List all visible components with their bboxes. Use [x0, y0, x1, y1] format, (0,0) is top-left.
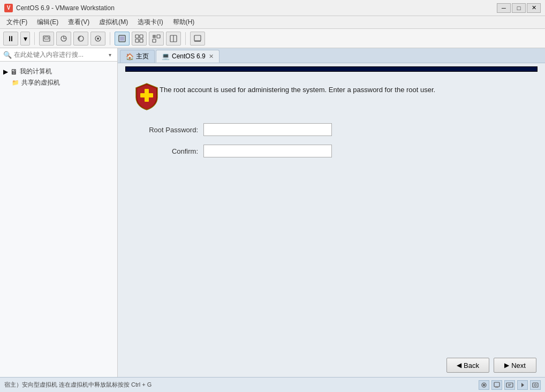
bottom-icon-1[interactable] [479, 380, 489, 390]
menu-view[interactable]: 查看(V) [64, 17, 94, 28]
app-icon: V [4, 4, 13, 12]
menu-vm[interactable]: 虚拟机(M) [95, 17, 132, 28]
view-options-button[interactable] [190, 32, 205, 46]
svg-rect-9 [140, 35, 143, 38]
sidebar-item-shared-vms[interactable]: 📁 共享的虚拟机 [3, 77, 114, 88]
main-layout: 🔍 ▾ ▶ 🖥 我的计算机 📁 共享的虚拟机 🏠 [0, 48, 545, 377]
vm-settings-button[interactable] [149, 32, 164, 46]
nav-buttons-area: ◀ Back ▶ Next [118, 353, 545, 377]
search-dropdown-button[interactable]: ▾ [105, 50, 114, 59]
sidebar-content: ▶ 🖥 我的计算机 📁 共享的虚拟机 [0, 62, 117, 377]
back-arrow-icon: ◀ [457, 361, 461, 369]
svg-rect-11 [140, 39, 143, 42]
unity-button[interactable] [132, 32, 147, 46]
installer-description: The root account is used for administeri… [160, 82, 435, 95]
window-controls: ─ □ ✕ [497, 3, 541, 13]
menu-edit[interactable]: 编辑(E) [33, 17, 63, 28]
bottom-icons [479, 380, 541, 390]
vm-screen-bar [125, 66, 538, 72]
back-button[interactable]: ◀ Back [446, 358, 489, 373]
snapshot-button[interactable] [56, 32, 71, 46]
bottom-icon-2[interactable] [491, 380, 502, 390]
svg-rect-12 [153, 35, 156, 38]
toolbar-separator-1 [34, 32, 35, 45]
root-shield-icon [134, 82, 160, 110]
confirm-row: Confirm: [134, 145, 529, 157]
confirm-input[interactable] [203, 145, 332, 157]
share-icon: 📁 [12, 79, 19, 86]
computer-icon: 🖥 [10, 67, 18, 76]
menu-file[interactable]: 文件(F) [2, 17, 32, 28]
svg-rect-8 [135, 35, 139, 38]
tab-home[interactable]: 🏠 主页 [120, 50, 155, 63]
tab-close-button[interactable]: ✕ [209, 53, 214, 60]
svg-rect-13 [157, 35, 160, 38]
search-icon: 🔍 [3, 51, 12, 59]
svg-rect-25 [506, 383, 513, 387]
bottom-bar: 宿主）安向型虚拟机 连在虚拟机中释放鼠标按按 Ctrl + G [0, 377, 545, 392]
full-screen-button[interactable] [115, 32, 130, 46]
status-text: 宿主）安向型虚拟机 连在虚拟机中释放鼠标按按 Ctrl + G [4, 381, 479, 389]
manage-snapshots-button[interactable] [90, 32, 105, 46]
installer-content: The root account is used for administeri… [118, 72, 545, 353]
toolbar-separator-3 [185, 32, 186, 45]
maximize-button[interactable]: □ [512, 3, 526, 13]
svg-rect-1 [44, 37, 49, 39]
sidebar-search-bar: 🔍 ▾ [0, 48, 117, 62]
root-password-label: Root Password: [134, 126, 203, 134]
svg-rect-20 [140, 93, 153, 97]
tab-bar: 🏠 主页 💻 CentOS 6.9 ✕ [118, 48, 545, 63]
svg-rect-10 [135, 39, 139, 42]
installer-header: The root account is used for administeri… [134, 82, 529, 110]
expand-icon: ▶ [3, 68, 8, 76]
svg-point-5 [97, 37, 99, 40]
svg-point-22 [483, 384, 485, 386]
home-icon: 🏠 [126, 53, 134, 61]
bottom-icon-5[interactable] [530, 380, 541, 390]
toolbar-separator-2 [110, 32, 110, 45]
pause-button[interactable]: ⏸ [3, 32, 18, 46]
svg-rect-23 [494, 382, 499, 387]
toolbar: ⏸ ▾ [0, 29, 545, 48]
confirm-label: Confirm: [134, 147, 203, 155]
bottom-icon-3[interactable] [504, 380, 515, 390]
svg-rect-7 [120, 36, 124, 41]
pause-dropdown-button[interactable]: ▾ [20, 32, 30, 46]
send-ctrl-alt-del-button[interactable] [39, 32, 54, 46]
vm-icon: 💻 [162, 52, 170, 60]
next-button[interactable]: ▶ Next [494, 358, 536, 373]
menu-tab[interactable]: 选项卡(I) [133, 17, 167, 28]
title-bar: V CentOS 6.9 - VMware Workstation ─ □ ✕ [0, 0, 545, 16]
back-label: Back [464, 361, 479, 370]
root-password-input[interactable] [203, 123, 332, 136]
next-arrow-icon: ▶ [504, 361, 509, 369]
content-area: The root account is used for administeri… [118, 63, 545, 377]
sidebar: 🔍 ▾ ▶ 🖥 我的计算机 📁 共享的虚拟机 [0, 48, 118, 377]
svg-rect-17 [194, 35, 201, 41]
tab-centos-label: CentOS 6.9 [172, 52, 206, 60]
svg-rect-24 [495, 387, 498, 388]
svg-rect-28 [533, 383, 538, 387]
tab-centos[interactable]: 💻 CentOS 6.9 ✕ [156, 50, 219, 63]
my-computers-label: 我的计算机 [20, 67, 52, 76]
sidebar-my-computers-header[interactable]: ▶ 🖥 我的计算机 [3, 66, 114, 77]
menu-help[interactable]: 帮助(H) [169, 17, 199, 28]
tab-home-label: 主页 [136, 52, 149, 61]
svg-point-29 [534, 384, 536, 386]
sidebar-my-computers-group: ▶ 🖥 我的计算机 📁 共享的虚拟机 [0, 64, 117, 91]
root-password-row: Root Password: [134, 123, 529, 136]
bottom-icon-4[interactable] [517, 380, 528, 390]
minimize-button[interactable]: ─ [497, 3, 511, 13]
close-button[interactable]: ✕ [527, 3, 541, 13]
search-input[interactable] [14, 51, 105, 58]
shared-vms-label: 共享的虚拟机 [21, 78, 60, 87]
svg-rect-14 [153, 39, 156, 42]
next-label: Next [511, 361, 526, 370]
revert-snapshot-button[interactable] [73, 32, 88, 46]
tab-area: 🏠 主页 💻 CentOS 6.9 ✕ [118, 48, 545, 377]
suspend-button[interactable] [166, 32, 181, 46]
window-title: CentOS 6.9 - VMware Workstation [16, 4, 497, 12]
menu-bar: 文件(F) 编辑(E) 查看(V) 虚拟机(M) 选项卡(I) 帮助(H) [0, 16, 545, 29]
